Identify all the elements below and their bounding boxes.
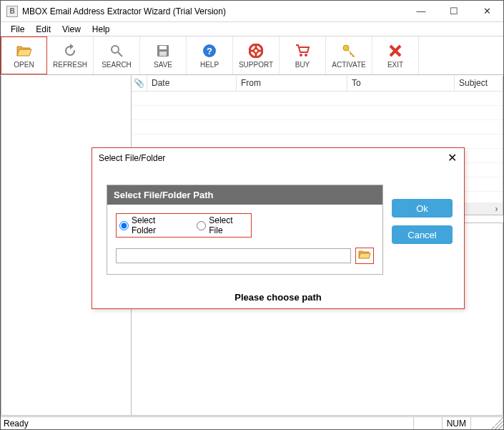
toolbar-save-label: SAVE xyxy=(154,61,172,69)
menu-help[interactable]: Help xyxy=(87,23,116,36)
dialog-panel: Select File/Folder Path Select Folder Se… xyxy=(107,185,383,275)
toolbar-open[interactable]: OPEN xyxy=(1,36,47,74)
toolbar: OPEN REFRESH SEARCH SAVE ? HELP SUPPORT xyxy=(1,36,503,75)
folder-open-icon xyxy=(16,43,32,59)
toolbar-help[interactable]: ? HELP xyxy=(187,36,233,74)
maximize-button[interactable]: ☐ xyxy=(438,1,470,21)
search-icon xyxy=(109,43,124,59)
titlebar: B MBOX Email Address Extractor Wizard (T… xyxy=(1,1,503,22)
path-row xyxy=(116,248,374,264)
toolbar-search-label: SEARCH xyxy=(102,61,132,69)
app-icon: B xyxy=(6,6,18,17)
help-icon: ? xyxy=(202,43,217,59)
toolbar-help-label: HELP xyxy=(200,61,219,69)
paperclip-icon: 📎 xyxy=(134,78,144,88)
svg-point-0 xyxy=(112,46,119,53)
folder-open-icon xyxy=(358,250,371,262)
toolbar-open-label: OPEN xyxy=(14,61,34,69)
radio-select-file-input[interactable] xyxy=(197,221,206,230)
col-to[interactable]: To xyxy=(347,76,455,91)
dialog-panel-body: Select Folder Select File xyxy=(107,205,382,274)
radio-group: Select Folder Select File xyxy=(116,213,252,238)
svg-text:?: ? xyxy=(207,46,212,57)
col-from[interactable]: From xyxy=(237,76,347,91)
menu-view[interactable]: View xyxy=(56,23,87,36)
toolbar-save[interactable]: SAVE xyxy=(140,36,187,74)
cancel-button[interactable]: Cancel xyxy=(392,225,453,244)
menu-file[interactable]: File xyxy=(5,23,30,36)
window-title: MBOX Email Address Extractor Wizard (Tri… xyxy=(22,6,405,16)
save-icon xyxy=(155,43,171,59)
toolbar-exit[interactable]: EXIT xyxy=(372,36,419,74)
toolbar-search[interactable]: SEARCH xyxy=(94,36,140,74)
radio-select-folder[interactable]: Select Folder xyxy=(119,215,181,235)
menubar: File Edit View Help xyxy=(1,22,503,36)
table-row[interactable] xyxy=(132,92,503,106)
dialog-titlebar: Select File/Folder ✕ xyxy=(92,148,464,167)
close-button[interactable]: ✕ xyxy=(470,1,503,21)
status-cell-empty1 xyxy=(413,417,442,429)
toolbar-activate-label: ACTIVATE xyxy=(332,61,365,69)
status-text: Ready xyxy=(1,419,413,429)
dialog-title: Select File/Folder xyxy=(99,153,165,163)
toolbar-exit-label: EXIT xyxy=(387,61,403,69)
svg-rect-3 xyxy=(159,46,167,49)
toolbar-support-label: SUPPORT xyxy=(239,61,273,69)
radio-select-file[interactable]: Select File xyxy=(197,215,248,235)
svg-point-13 xyxy=(300,54,302,57)
window-buttons: — ☐ ✕ xyxy=(405,1,503,21)
toolbar-activate[interactable]: ACTIVATE xyxy=(326,36,372,74)
ok-button[interactable]: Ok xyxy=(392,199,453,218)
minimize-button[interactable]: — xyxy=(405,1,438,21)
svg-point-14 xyxy=(305,54,307,57)
key-icon xyxy=(341,43,357,59)
radio-select-folder-label: Select Folder xyxy=(132,215,181,235)
toolbar-refresh-label: REFRESH xyxy=(53,61,87,69)
toolbar-buy[interactable]: BUY xyxy=(280,36,326,74)
col-subject[interactable]: Subject xyxy=(455,76,503,91)
toolbar-support[interactable]: SUPPORT xyxy=(233,36,280,74)
col-date[interactable]: Date xyxy=(147,76,237,91)
cart-icon xyxy=(295,43,310,59)
dialog-message: Please choose path xyxy=(92,292,464,303)
path-input[interactable] xyxy=(116,248,351,263)
radio-select-file-label: Select File xyxy=(209,215,248,235)
statusbar: Ready NUM xyxy=(1,416,503,429)
svg-point-15 xyxy=(343,45,349,51)
select-file-folder-dialog: Select File/Folder ✕ Select File/Folder … xyxy=(92,147,465,309)
status-num: NUM xyxy=(442,417,470,429)
browse-button[interactable] xyxy=(355,248,374,264)
table-row[interactable] xyxy=(132,106,503,120)
exit-icon xyxy=(387,43,403,59)
resize-grip[interactable] xyxy=(490,417,503,430)
col-attachment[interactable]: 📎 xyxy=(132,76,147,91)
refresh-icon xyxy=(62,43,78,59)
toolbar-buy-label: BUY xyxy=(295,61,310,69)
radio-select-folder-input[interactable] xyxy=(119,221,129,230)
status-cell-empty2 xyxy=(470,417,490,429)
support-icon xyxy=(248,43,264,59)
dialog-button-column: Ok Cancel xyxy=(392,199,453,244)
table-row[interactable] xyxy=(132,135,503,149)
svg-point-8 xyxy=(254,49,258,53)
dialog-panel-header: Select File/Folder Path xyxy=(107,185,382,205)
scroll-right-arrow[interactable]: › xyxy=(490,202,503,215)
grid-header: 📎 Date From To Subject xyxy=(132,76,503,92)
table-row[interactable] xyxy=(132,120,503,135)
svg-rect-4 xyxy=(159,52,167,56)
toolbar-refresh[interactable]: REFRESH xyxy=(47,36,94,74)
menu-edit[interactable]: Edit xyxy=(30,23,56,36)
dialog-close-button[interactable]: ✕ xyxy=(440,149,464,167)
svg-line-1 xyxy=(118,52,122,57)
